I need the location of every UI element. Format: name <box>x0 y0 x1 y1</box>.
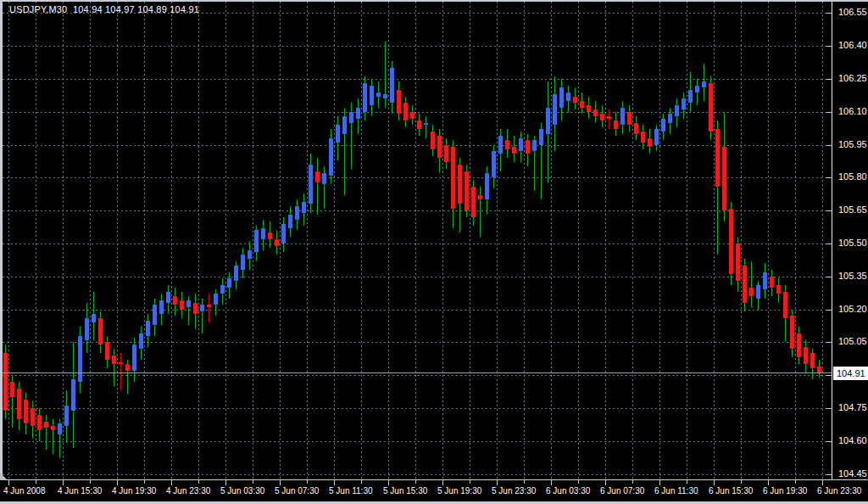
candle-bearish <box>627 112 632 126</box>
chart-title: USDJPY,M30 104.94 104.97 104.89 104.91 <box>9 4 199 14</box>
candle-bullish <box>288 215 292 228</box>
candle-bearish <box>749 288 754 296</box>
candle-bearish <box>403 103 408 120</box>
time-axis-tick <box>307 480 308 484</box>
candle-bearish <box>410 112 415 119</box>
candle-bullish <box>383 94 387 98</box>
candle-bullish <box>376 92 381 97</box>
candle-bullish <box>146 321 150 336</box>
time-axis-tick <box>225 480 226 485</box>
time-axis-tick <box>605 480 606 485</box>
candle-bearish <box>607 116 611 119</box>
candle-bearish <box>173 296 177 305</box>
candle-bearish <box>722 147 726 210</box>
time-axis-tick <box>334 480 335 485</box>
candle-bullish <box>519 138 523 152</box>
candle-bearish <box>729 209 733 275</box>
candle-bearish <box>10 382 14 397</box>
candle-bearish <box>112 356 116 364</box>
candle-bearish <box>44 422 48 428</box>
candle-bullish <box>342 116 347 134</box>
candle-bearish <box>587 105 591 112</box>
candle-bearish <box>268 232 272 239</box>
time-axis-label: 6 Jun 07:30 <box>600 486 644 496</box>
candle-bearish <box>397 90 401 114</box>
candle-bearish <box>512 147 516 154</box>
candle-bearish <box>614 120 618 129</box>
time-axis-tick <box>388 480 389 485</box>
time-axis-tick <box>8 480 9 485</box>
time-axis-tick <box>632 480 633 484</box>
time-axis-label: 4 Jun 15:30 <box>58 486 102 496</box>
candle-bearish <box>180 300 184 309</box>
candle-bullish <box>329 138 333 176</box>
candle-bearish <box>119 362 123 365</box>
price-axis-label: 105.05 <box>838 336 867 346</box>
candle-bearish <box>3 353 8 410</box>
candle-bearish <box>783 292 787 318</box>
time-axis-tick <box>253 480 253 484</box>
candle-bearish <box>275 239 279 246</box>
time-axis-label: 5 Jun 03:30 <box>220 486 264 496</box>
time-axis-label: 4 Jun 23:30 <box>166 486 210 496</box>
candle-bullish <box>64 406 69 425</box>
candle-bearish <box>526 140 530 154</box>
candle-bearish <box>315 171 320 182</box>
candle-bearish <box>776 285 781 294</box>
candle-bullish <box>485 173 489 199</box>
candlestick-chart[interactable]: USDJPY,M30 104.94 104.97 104.89 104.91 <box>3 2 832 479</box>
candle-bullish <box>539 129 543 144</box>
candle-bullish <box>498 136 503 154</box>
candle-bullish <box>241 255 245 270</box>
price-axis-label: 106.10 <box>838 106 867 116</box>
candle-bullish <box>620 108 625 126</box>
time-axis-label: 5 Jun 11:30 <box>329 486 373 496</box>
candle-bullish <box>668 114 672 122</box>
candle-bearish <box>770 277 774 288</box>
candle-bullish <box>71 379 75 410</box>
candle-bearish <box>505 140 509 148</box>
candle-bearish <box>593 109 598 116</box>
candle-bullish <box>559 87 564 107</box>
time-axis-tick <box>171 480 172 485</box>
chart-window: USDJPY,M30 104.94 104.97 104.89 104.91 1… <box>0 0 868 504</box>
candle-bullish <box>322 173 326 184</box>
candle-bearish <box>51 426 55 430</box>
time-axis-label: 4 Jun 2008 <box>3 486 46 496</box>
candle-bearish <box>736 244 740 281</box>
candle-bullish <box>295 206 299 220</box>
candle-bearish <box>105 342 109 360</box>
time-axis-tick <box>442 480 443 485</box>
time-axis-tick <box>741 480 742 484</box>
time-axis[interactable]: 4 Jun 20084 Jun 15:304 Jun 19:304 Jun 23… <box>0 479 868 501</box>
candle-bearish <box>24 400 28 423</box>
candle-bullish <box>281 224 286 244</box>
time-axis-tick <box>198 480 199 484</box>
time-axis-tick <box>578 480 579 484</box>
chart-canvas[interactable] <box>3 2 832 479</box>
candle-bearish <box>437 136 442 158</box>
candle-bearish <box>207 305 211 307</box>
candle-bearish <box>634 123 638 134</box>
time-axis-tick <box>497 480 498 485</box>
candle-bearish <box>641 132 645 143</box>
time-axis-tick <box>117 480 118 485</box>
candle-bullish <box>492 151 496 177</box>
candle-bearish <box>417 120 421 129</box>
candle-bullish <box>356 108 360 119</box>
time-axis-tick <box>361 480 362 484</box>
price-axis[interactable]: 104.91 106.55106.40106.25106.10105.95105… <box>832 2 868 479</box>
candle-bullish <box>166 292 170 303</box>
candle-bullish <box>159 300 164 314</box>
candle-bullish <box>661 119 665 132</box>
candle-bearish <box>797 333 801 357</box>
price-axis-label: 106.55 <box>838 7 867 17</box>
candle-bullish <box>200 305 204 311</box>
time-axis-tick <box>551 480 552 485</box>
candle-bearish <box>431 132 435 149</box>
candle-bullish <box>85 318 89 340</box>
window-border-top <box>0 0 868 2</box>
candle-bullish <box>261 228 265 239</box>
time-axis-label: 4 Jun 19:30 <box>112 486 156 496</box>
window-resize-corner-icon <box>0 473 8 480</box>
